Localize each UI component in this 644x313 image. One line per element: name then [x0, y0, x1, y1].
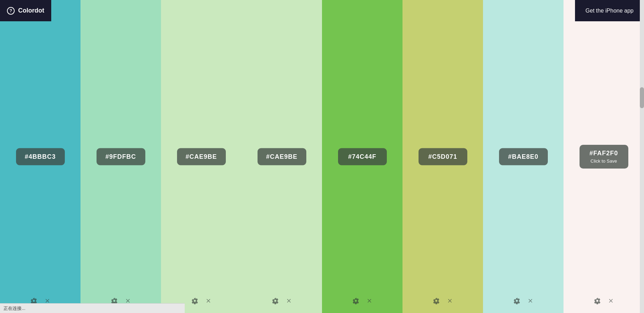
gear-icon: [513, 297, 520, 304]
close-icon: [205, 298, 212, 304]
color-column-6[interactable]: #C5D071: [402, 0, 483, 313]
hex-value-2: #9FDFBC: [103, 153, 139, 160]
gear-button-3[interactable]: [191, 297, 198, 304]
color-label-box-7[interactable]: #BAE8E0: [499, 148, 548, 165]
column-icons-4: [272, 297, 292, 304]
hex-value-7: #BAE8E0: [505, 153, 542, 160]
color-column-1[interactable]: #4BBBC3: [0, 0, 80, 313]
gear-icon: [272, 297, 279, 304]
close-button-5[interactable]: [366, 298, 373, 304]
scrollbar-track[interactable]: [640, 0, 644, 313]
gear-icon: [433, 297, 440, 304]
iphone-app-button[interactable]: Get the iPhone app: [575, 0, 644, 21]
logo-label: Colordot: [18, 7, 44, 14]
close-button-6[interactable]: [447, 298, 453, 304]
gear-icon: [191, 297, 198, 304]
close-button-8[interactable]: [608, 298, 614, 304]
gear-button-8[interactable]: [594, 297, 601, 304]
close-icon: [447, 298, 453, 304]
color-label-box-8[interactable]: #FAF2F0Click to Save: [580, 145, 628, 169]
gear-button-4[interactable]: [272, 297, 279, 304]
color-label-box-6[interactable]: #C5D071: [419, 148, 467, 165]
hex-value-5: #74C44F: [344, 153, 381, 160]
color-label-box-1[interactable]: #4BBBC3: [16, 148, 65, 165]
hex-value-8: #FAF2F0: [586, 150, 622, 157]
gear-button-6[interactable]: [433, 297, 440, 304]
status-bar: 正在连接...: [0, 303, 185, 313]
logo-button[interactable]: ? Colordot: [0, 0, 51, 21]
hex-value-6: #C5D071: [425, 153, 461, 160]
color-label-box-2[interactable]: #9FDFBC: [97, 148, 145, 165]
close-icon: [286, 298, 292, 304]
close-icon: [366, 298, 373, 304]
close-button-3[interactable]: [205, 298, 212, 304]
color-column-5[interactable]: #74C44F: [322, 0, 402, 313]
column-icons-5: [352, 297, 373, 304]
color-column-3[interactable]: #CAE9BE: [161, 0, 242, 313]
hex-value-4: #CAE9BE: [264, 153, 300, 160]
color-label-box-5[interactable]: #74C44F: [338, 148, 387, 165]
color-palette: #4BBBC3 #9FDFBC #CAE9BE #CAE9BE #74C44F …: [0, 0, 644, 313]
close-button-4[interactable]: [286, 298, 292, 304]
column-icons-8: [594, 297, 614, 304]
click-to-save-8: Click to Save: [586, 158, 622, 164]
close-button-7[interactable]: [527, 298, 534, 304]
status-text: 正在连接...: [3, 305, 25, 312]
color-column-7[interactable]: #BAE8E0: [483, 0, 564, 313]
hex-value-3: #CAE9BE: [183, 153, 220, 160]
column-icons-7: [513, 297, 534, 304]
color-column-8[interactable]: #FAF2F0Click to Save: [564, 0, 644, 313]
close-icon: [608, 298, 614, 304]
gear-button-5[interactable]: [352, 297, 359, 304]
gear-icon: [594, 297, 601, 304]
gear-icon: [352, 297, 359, 304]
gear-button-7[interactable]: [513, 297, 520, 304]
color-label-box-3[interactable]: #CAE9BE: [177, 148, 226, 165]
hex-value-1: #4BBBC3: [22, 153, 59, 160]
color-column-4[interactable]: #CAE9BE: [242, 0, 322, 313]
column-icons-6: [433, 297, 453, 304]
color-column-2[interactable]: #9FDFBC: [80, 0, 161, 313]
scrollbar-thumb[interactable]: [640, 87, 644, 108]
column-icons-3: [191, 297, 212, 304]
close-icon: [527, 298, 534, 304]
color-label-box-4[interactable]: #CAE9BE: [258, 148, 306, 165]
help-icon: ?: [7, 7, 15, 15]
